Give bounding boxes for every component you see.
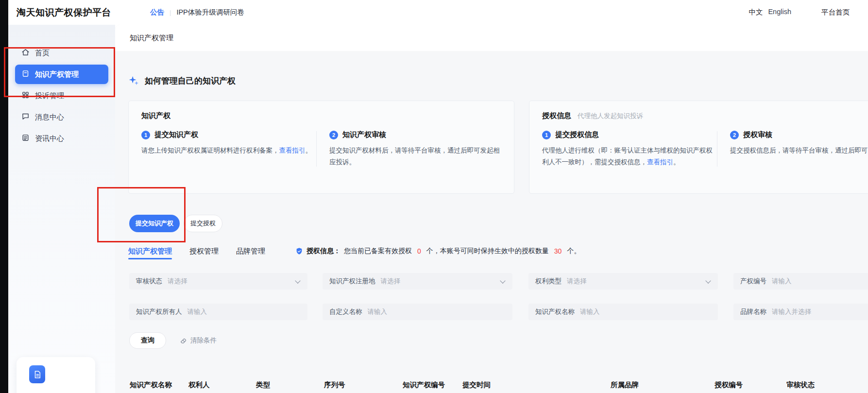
helper-doc-icon[interactable] [29,365,45,383]
filter-placeholder: 请输入 [772,277,792,286]
sidebar-item-label: 消息中心 [35,113,64,122]
auth-notice-text3: 个。 [567,247,580,256]
top-header: 淘天知识产权保护平台 公告 | IPP体验升级调研问卷 中文 English 平… [8,0,868,25]
filter-placeholder: 请输入并选择 [772,308,811,316]
sidebar-item-home[interactable]: 首页 [15,43,108,63]
step-desc-suffix: 。 [673,158,680,166]
tab-brand-management[interactable]: 品牌管理 [236,243,265,259]
card-head: 知识产权 [141,111,501,120]
lang-zh[interactable]: 中文 [749,8,763,17]
sidebar: 首页 知识产权管理 投诉管理 消息中心 资讯中心 [8,25,115,393]
filter-label: 品牌名称 [740,308,766,316]
page-title: 知识产权管理 [130,34,173,43]
filter-placeholder: 请选择 [381,277,401,286]
step-number-badge: 2 [329,131,338,139]
news-icon [21,134,30,143]
tab-ip-management[interactable]: 知识产权管理 [128,243,172,259]
clear-filters-button[interactable]: 清除条件 [180,336,217,345]
step-desc: 请您上传知识产权权属证明材料进行权利备案，查看指引。 [141,145,316,156]
filter-ip-name-input[interactable]: 知识产权名称 请输入 [528,304,718,320]
submit-auth-button[interactable]: 提交授权 [184,215,222,232]
search-button[interactable]: 查询 [129,332,166,349]
filter-label: 知识产权注册地 [329,277,375,286]
main-content: 知识产权管理 如何管理自己的知识产权 知识产权 1 提交知识产权 请您上 [115,25,868,393]
ip-management-icon [21,69,30,79]
filter-label: 权利类型 [535,277,562,286]
filter-ip-region-select[interactable]: 知识产权注册地 请选择 [323,273,512,290]
clear-filters-label: 清除条件 [190,336,217,345]
card-title: 授权信息 [542,111,571,120]
guide-cards: 知识产权 1 提交知识产权 请您上传知识产权权属证明材料进行权利备案，查看指引。… [128,101,868,194]
sidebar-menu: 首页 知识产权管理 投诉管理 消息中心 资讯中心 [8,25,115,148]
notice-divider: | [170,9,171,16]
sidebar-item-news[interactable]: 资讯中心 [15,129,108,148]
sidebar-item-label: 资讯中心 [35,134,64,143]
step-submit-auth: 1 提交授权信息 代理他人进行维权（即：账号认证主体与维权的知识产权权利人不一致… [542,130,717,168]
screen: 淘天知识产权保护平台 公告 | IPP体验升级调研问卷 中文 English 平… [0,0,868,393]
sparkle-icon [128,75,139,86]
step-desc-text: 代理他人进行维权（即：账号认证主体与维权的知识产权权利人不一致时），需提交授权信… [542,147,713,166]
auth-active-count: 0 [417,247,421,255]
auth-quota-notice: 授权信息：您当前已备案有效授权0个，本账号可同时保持生效中的授权数量30个。 [295,247,580,256]
step-desc: 提交授权信息后，请等待平台审核，通过后即可备案维权。 [730,145,868,156]
step-title: 提交知识产权 [154,130,198,139]
step-number-badge: 2 [730,131,739,139]
sidebar-item-complaints[interactable]: 投诉管理 [15,86,108,105]
col-brand: 所属品牌 [611,376,639,393]
auth-notice-prefix: 授权信息： [306,247,340,256]
sidebar-item-label: 首页 [35,49,50,58]
submit-ip-button[interactable]: 提交知识产权 [129,215,180,232]
home-icon [21,48,30,58]
col-type: 类型 [256,376,270,393]
col-submit-time: 提交时间 [462,376,491,393]
filter-brand-name-input[interactable]: 品牌名称 请输入并选择 [733,304,868,320]
guide-title: 如何管理自己的知识产权 [145,75,236,86]
step-number-badge: 1 [542,131,551,139]
message-icon [21,112,30,122]
filter-custom-name-input[interactable]: 自定义名称 请输入 [323,304,512,320]
shield-check-icon [295,247,303,255]
guide-header: 如何管理自己的知识产权 [128,73,236,88]
eraser-icon [180,337,187,344]
page-title-bar: 知识产权管理 [115,25,868,51]
auth-notice-text1: 您当前已备案有效授权 [344,247,412,256]
col-serial: 序列号 [324,376,345,393]
survey-link[interactable]: IPP体验升级调研问卷 [176,8,244,17]
step-desc: 代理他人进行维权（即：账号认证主体与维权的知识产权权利人不一致时），需提交授权信… [542,145,717,168]
col-ip-number: 知识产权编号 [403,376,445,393]
lang-en[interactable]: English [768,8,791,17]
platform-title: 淘天知识产权保护平台 [17,6,111,19]
portal-home-link[interactable]: 平台首页 [821,8,850,17]
card-steps: 1 提交知识产权 请您上传知识产权权属证明材料进行权利备案，查看指引。 2 知识… [141,130,501,168]
filter-actions: 查询 清除条件 [129,332,217,349]
sidebar-item-messages[interactable]: 消息中心 [15,107,108,127]
view-guide-link[interactable]: 查看指引 [647,158,673,166]
view-guide-link[interactable]: 查看指引 [279,147,306,154]
auth-notice-text2: 个，本账号可同时保持生效中的授权数量 [426,247,549,256]
col-right-holder: 权利人 [188,376,210,393]
chevron-down-icon [705,278,711,283]
sidebar-item-label: 知识产权管理 [35,70,79,79]
management-tabs: 知识产权管理 授权管理 品牌管理 授权信息：您当前已备案有效授权0个，本账号可同… [128,243,580,259]
filter-placeholder: 请输入 [368,308,388,316]
filter-ip-number-input[interactable]: 产权编号 请输入 [733,273,868,290]
sidebar-item-label: 投诉管理 [35,91,64,101]
filter-right-type-select[interactable]: 权利类型 请选择 [528,273,718,290]
ip-guide-card: 知识产权 1 提交知识产权 请您上传知识产权权属证明材料进行权利备案，查看指引。… [128,101,514,194]
primary-actions: 提交知识产权 提交授权 [129,215,222,232]
filter-label: 知识产权所有人 [136,308,182,316]
step-desc: 提交知识产权材料后，请等待平台审核，通过后即可发起相应投诉。 [329,145,501,168]
sidebar-item-ip-management[interactable]: 知识产权管理 [15,65,108,84]
notice-link[interactable]: 公告 [150,8,164,17]
filter-label: 产权编号 [740,277,766,286]
filter-ip-owner-input[interactable]: 知识产权所有人 请输入 [129,304,307,320]
filter-label: 自定义名称 [329,308,362,316]
card-title: 知识产权 [141,111,170,120]
step-desc-text: 提交知识产权材料后，请等待平台审核，通过后即可发起相应投诉。 [329,147,500,166]
header-right: 中文 English 平台首页 [749,8,850,17]
tab-auth-management[interactable]: 授权管理 [189,243,219,259]
filter-review-status-select[interactable]: 审核状态 请选择 [129,273,307,290]
notice-area: 公告 | IPP体验升级调研问卷 [150,8,244,17]
step-number-badge: 1 [141,131,150,139]
step-desc-suffix: 。 [306,147,312,154]
